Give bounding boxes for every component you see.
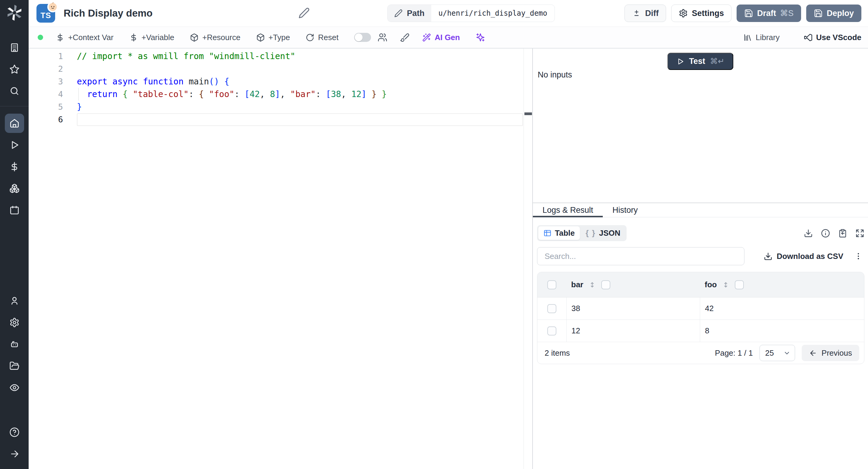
code-line[interactable]: 1// import * as wmill from "windmill-cli… (29, 50, 523, 63)
sidebar-item-home[interactable] (5, 114, 24, 133)
sidebar-item-favorites[interactable] (5, 60, 24, 79)
download-result-icon[interactable] (804, 229, 813, 238)
items-count: 2 items (545, 348, 570, 358)
add-variable-button[interactable]: +Variable (129, 33, 175, 42)
row-checkbox[interactable] (547, 326, 556, 336)
table-cell: 12 (566, 320, 700, 342)
assistant-toggle[interactable] (354, 33, 371, 42)
emoji-face-icon (47, 1, 58, 12)
settings-button-label: Settings (692, 9, 724, 18)
table-row[interactable]: 128 (537, 320, 864, 342)
result-tabs: Logs & ResultHistory (533, 203, 868, 217)
download-csv-label: Download as CSV (777, 252, 843, 261)
view-toggle-json[interactable]: { } JSON (581, 226, 625, 240)
table-view-label: Table (555, 228, 575, 238)
sidebar-item-search[interactable] (5, 82, 24, 101)
code-line[interactable]: 5} (29, 101, 523, 113)
app-window: TS Rich Display demo Path u/henri/rich_d… (0, 0, 868, 469)
info-icon[interactable] (821, 229, 830, 238)
diff-button[interactable]: Diff (624, 4, 666, 22)
previous-label: Previous (822, 348, 852, 358)
save-icon (814, 9, 823, 18)
add-type-button[interactable]: +Type (256, 33, 290, 42)
line-number: 4 (29, 88, 77, 101)
copy-to-clipboard-icon[interactable] (838, 229, 847, 238)
code-line[interactable]: 3export async function main() { (29, 75, 523, 88)
diff-button-label: Diff (645, 9, 658, 18)
ai-gen-button[interactable]: AI Gen (422, 33, 460, 42)
draft-button[interactable]: Draft ⌘S (737, 4, 801, 22)
result-section: Logs & ResultHistory Table { } JSON (533, 202, 868, 469)
code-line-content: } (77, 101, 523, 113)
windmill-logo-icon[interactable] (6, 4, 23, 21)
code-line-content: return { "table-col": { "foo": [42, 8], … (77, 88, 523, 101)
sidebar-item-runs[interactable] (5, 135, 24, 155)
line-number: 3 (29, 75, 77, 88)
deploy-button[interactable]: Deploy (806, 4, 861, 22)
sidebar-item-audit[interactable] (5, 378, 24, 397)
page-size-select[interactable]: 25 (760, 345, 795, 361)
add-context-var-button[interactable]: +Context Var (56, 33, 114, 42)
sparkles-icon[interactable] (475, 33, 485, 42)
code-line[interactable]: 2 (29, 63, 523, 75)
column-checkbox-bar[interactable] (601, 280, 610, 289)
table-footer: 2 items Page: 1 / 1 25 Pre (537, 342, 864, 364)
brush-icon[interactable] (400, 33, 410, 42)
column-header-bar[interactable]: bar (571, 280, 583, 289)
settings-button[interactable]: Settings (671, 4, 732, 22)
sidebar-item-folders[interactable] (5, 356, 24, 376)
expand-icon[interactable] (855, 229, 864, 238)
building-icon (9, 42, 20, 53)
view-toggle-table[interactable]: Table (538, 226, 580, 240)
path-edit-button[interactable]: Path (388, 5, 431, 22)
code-line[interactable]: 6 (29, 113, 523, 126)
sidebar-item-variables[interactable] (5, 157, 24, 176)
line-number: 6 (29, 113, 77, 126)
reset-button[interactable]: Reset (306, 33, 338, 42)
editor-scroll-decoration (524, 49, 524, 469)
typescript-badge-label: TS (40, 11, 51, 23)
select-all-checkbox[interactable] (547, 280, 556, 289)
path-label: Path (407, 9, 425, 18)
users-icon[interactable] (378, 33, 387, 42)
library-button[interactable]: Library (743, 33, 779, 42)
tab-logs-result[interactable]: Logs & Result (533, 203, 603, 217)
code-line[interactable]: 4 return { "table-col": { "foo": [42, 8]… (29, 88, 523, 101)
table-body: 3842128 (537, 298, 864, 342)
editor-toolbar: +Context Var +Variable +Resource +Type R… (29, 27, 868, 49)
view-toggle: Table { } JSON (537, 225, 627, 241)
search-input[interactable] (537, 247, 744, 265)
test-button-label: Test (689, 57, 705, 66)
sidebar-item-resources[interactable] (5, 179, 24, 198)
code-editor[interactable]: 1// import * as wmill from "windmill-cli… (29, 49, 533, 469)
arrow-right-icon (9, 449, 20, 459)
sidebar-divider (0, 106, 29, 106)
sort-icon[interactable] (588, 281, 596, 289)
test-button[interactable]: Test ⌘↵ (667, 53, 733, 70)
sidebar-item-workspace[interactable] (5, 38, 24, 57)
sidebar-item-users[interactable] (5, 291, 24, 310)
download-csv-button[interactable]: Download as CSV (764, 252, 843, 261)
edit-summary-pencil-icon[interactable] (299, 7, 310, 19)
column-checkbox-foo[interactable] (735, 280, 744, 289)
sidebar-item-schedules[interactable] (5, 200, 24, 220)
dollar-icon (9, 162, 20, 172)
column-header-foo[interactable]: foo (705, 280, 717, 289)
tab-history[interactable]: History (603, 203, 647, 217)
sidebar-expand-button[interactable] (5, 444, 24, 464)
path-pill[interactable]: Path u/henri/rich_display_demo (387, 4, 555, 22)
previous-page-button[interactable]: Previous (802, 345, 859, 361)
code-line-content (77, 63, 523, 75)
sidebar-item-settings[interactable] (5, 313, 24, 332)
table-row[interactable]: 3842 (537, 298, 864, 320)
overview-ruler-cursor (524, 113, 532, 115)
sort-icon[interactable] (722, 281, 730, 289)
add-resource-button[interactable]: +Resource (190, 33, 240, 42)
line-number: 5 (29, 101, 77, 113)
magic-wand-icon (422, 33, 431, 42)
kebab-menu-icon[interactable] (854, 252, 863, 260)
sidebar-item-workers[interactable] (5, 335, 24, 354)
sidebar-item-help[interactable] (5, 423, 24, 442)
use-vscode-button[interactable]: Use VScode (804, 33, 861, 42)
row-checkbox[interactable] (547, 304, 556, 313)
